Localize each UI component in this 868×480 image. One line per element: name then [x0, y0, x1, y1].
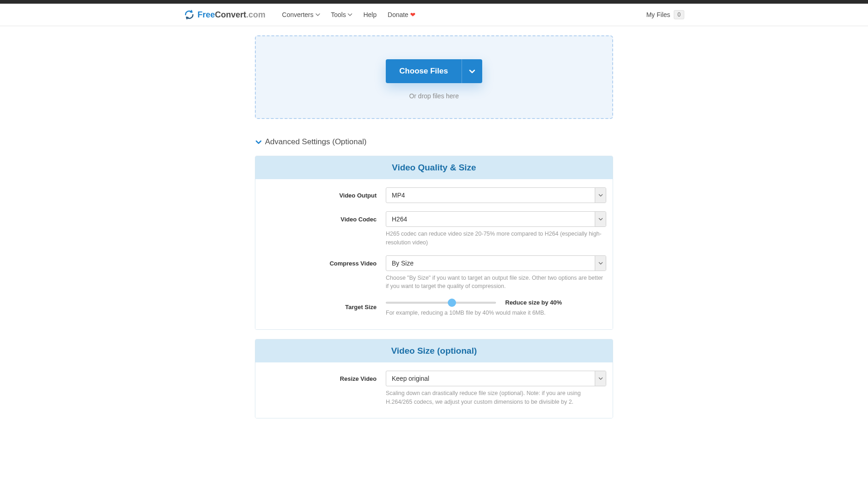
choose-files-button[interactable]: Choose Files: [386, 59, 462, 83]
video-output-select[interactable]: MP4: [386, 187, 606, 203]
file-dropzone[interactable]: Choose Files Or drop files here: [255, 35, 613, 119]
target-size-label: Target Size: [345, 304, 377, 311]
resize-video-select[interactable]: Keep original: [386, 371, 606, 386]
chevron-down-icon: [255, 138, 262, 146]
choose-files-dropdown-button[interactable]: [462, 59, 482, 83]
browser-chrome-bar: [0, 0, 868, 4]
nav-help[interactable]: Help: [363, 11, 377, 18]
video-codec-label: Video Codec: [340, 216, 377, 223]
main-nav: Converters Tools Help Donate ❤: [282, 11, 416, 18]
panel-title: Video Size (optional): [255, 339, 613, 362]
compress-video-select[interactable]: By Size: [386, 255, 606, 271]
panel-video-size: Video Size (optional) Resize Video Keep …: [255, 339, 613, 419]
chevron-down-icon: [348, 12, 352, 17]
chevron-down-icon: [316, 12, 320, 17]
logo-text-dotcom: .com: [246, 10, 265, 19]
nav-tools[interactable]: Tools: [331, 11, 353, 18]
logo-text-convert: Convert: [215, 10, 246, 19]
site-header: FreeConvert.com Converters Tools Help Do…: [0, 4, 868, 26]
video-codec-help: H265 codec can reduce video size 20-75% …: [386, 230, 606, 247]
nav-help-label: Help: [363, 11, 377, 18]
heart-icon: ❤: [410, 11, 416, 18]
advanced-settings-label: Advanced Settings (Optional): [265, 137, 366, 147]
logo[interactable]: FreeConvert.com: [184, 9, 265, 20]
logo-text-free: Free: [197, 10, 215, 19]
chevron-down-icon: [468, 68, 476, 75]
nav-donate[interactable]: Donate ❤: [388, 11, 416, 18]
choose-files-group: Choose Files: [386, 59, 483, 83]
my-files-count-badge: 0: [674, 10, 684, 19]
logo-icon: [184, 9, 195, 20]
video-output-label: Video Output: [339, 192, 377, 199]
resize-video-help: Scaling down can drastically reduce file…: [386, 389, 606, 407]
target-size-help: For example, reducing a 10MB file by 40%…: [386, 309, 606, 317]
my-files-link[interactable]: My Files 0: [646, 10, 684, 19]
nav-tools-label: Tools: [331, 11, 346, 18]
nav-donate-label: Donate: [388, 11, 408, 18]
panel-video-quality: Video Quality & Size Video Output MP4 Vi…: [255, 156, 613, 330]
panel-title: Video Quality & Size: [255, 156, 613, 179]
video-codec-select[interactable]: H264: [386, 211, 606, 227]
compress-video-help: Choose "By Size" if you want to target a…: [386, 274, 606, 291]
drop-hint-text: Or drop files here: [265, 92, 603, 100]
target-size-value: Reduce size by 40%: [505, 299, 562, 306]
resize-video-label: Resize Video: [340, 375, 377, 382]
nav-converters-label: Converters: [282, 11, 313, 18]
target-size-slider[interactable]: [386, 302, 496, 304]
advanced-settings-toggle[interactable]: Advanced Settings (Optional): [255, 137, 613, 147]
compress-video-label: Compress Video: [330, 260, 377, 267]
slider-thumb[interactable]: [448, 299, 456, 307]
my-files-label: My Files: [646, 11, 670, 18]
nav-converters[interactable]: Converters: [282, 11, 320, 18]
